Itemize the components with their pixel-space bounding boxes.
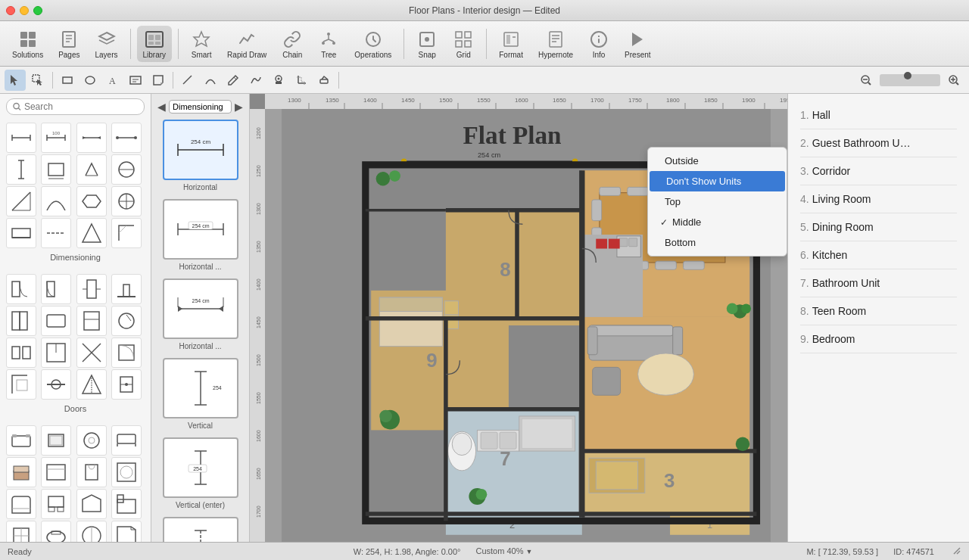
dim-shape-1[interactable] — [6, 123, 36, 153]
toolbar-solutions[interactable]: Solutions — [6, 26, 49, 62]
zoom-slider[interactable] — [880, 74, 940, 86]
dim-shape-4[interactable] — [111, 123, 142, 153]
room-item-8[interactable]: 8. Teen Room — [800, 297, 957, 325]
furn-shape-15[interactable] — [76, 521, 107, 542]
dim-item-vertical[interactable]: 254 — [163, 358, 238, 418]
dim-item-horizontal[interactable]: 254 cm — [163, 120, 238, 180]
dim-item-vertical-enter[interactable]: 254 — [163, 437, 238, 498]
room-item-2[interactable]: 2. Guest Bathroom U… — [800, 129, 957, 157]
tool-eraser[interactable] — [313, 70, 335, 91]
toolbar-library[interactable]: Library — [137, 26, 173, 62]
room-item-1[interactable]: 1. Hall — [800, 101, 957, 129]
door-shape-12[interactable] — [111, 338, 142, 368]
door-shape-9[interactable] — [6, 338, 36, 368]
furn-shape-1[interactable] — [6, 425, 36, 456]
tool-crop[interactable] — [291, 70, 312, 91]
toolbar-present[interactable]: Present — [618, 26, 656, 62]
furn-shape-5[interactable] — [6, 457, 36, 487]
door-shape-5[interactable] — [6, 306, 36, 336]
dim-shape-13[interactable] — [6, 218, 36, 248]
dim-item-horizontal2[interactable]: 254 cm — [163, 199, 238, 260]
toolbar-hypernote[interactable]: Hypernote — [532, 26, 579, 62]
furn-shape-16[interactable] — [111, 521, 142, 542]
dim-shape-8[interactable] — [111, 154, 142, 185]
toolbar-tree[interactable]: Tree — [312, 26, 345, 62]
furn-shape-13[interactable] — [6, 521, 36, 542]
tool-textbox[interactable] — [125, 70, 146, 91]
tool-note[interactable] — [148, 70, 169, 91]
dim-shape-5[interactable] — [6, 154, 36, 185]
room-item-9[interactable]: 9. Bedroom — [800, 325, 957, 353]
tool-select-multi[interactable] — [27, 70, 48, 91]
tool-rect[interactable] — [57, 70, 78, 91]
dim-next-arrow[interactable]: ▶ — [235, 101, 243, 113]
door-shape-15[interactable] — [76, 369, 107, 400]
toolbar-pages[interactable]: Pages — [52, 26, 86, 62]
toolbar-info[interactable]: Info — [582, 26, 615, 62]
door-shape-11[interactable] — [76, 338, 107, 368]
toolbar-layers[interactable]: Layers — [89, 26, 124, 62]
toolbar-chain[interactable]: Chain — [276, 26, 309, 62]
toolbar-grid[interactable]: Grid — [447, 26, 480, 62]
door-shape-16[interactable] — [111, 369, 142, 400]
dim-select[interactable]: Dimensioning — [169, 100, 232, 114]
dim-shape-11[interactable] — [76, 186, 107, 216]
dim-item-horizontal3[interactable]: 254 cm — [163, 278, 238, 339]
toolbar-rapid-draw[interactable]: Rapid Draw — [221, 26, 273, 62]
dim-item-vertical-dash[interactable] — [163, 517, 238, 542]
search-box[interactable] — [6, 98, 145, 115]
door-shape-10[interactable] — [41, 338, 71, 368]
search-input[interactable] — [24, 101, 138, 112]
tool-stamp[interactable] — [268, 70, 289, 91]
furn-shape-7[interactable] — [76, 457, 107, 487]
dim-shape-10[interactable] — [41, 186, 71, 216]
furn-shape-2[interactable] — [41, 425, 71, 456]
maximize-button[interactable] — [33, 6, 42, 15]
dim-shape-2[interactable]: 100 — [41, 123, 71, 153]
dim-shape-16[interactable] — [111, 218, 142, 248]
dropdown-dont-show[interactable]: Don't Show Units — [650, 171, 785, 191]
dim-prev-arrow[interactable]: ◀ — [157, 101, 166, 113]
furn-shape-12[interactable] — [111, 489, 142, 519]
toolbar-smart[interactable]: Smart — [185, 26, 218, 62]
minimize-button[interactable] — [20, 6, 29, 15]
dropdown-outside[interactable]: Outside — [648, 151, 787, 171]
canvas-content[interactable]: Flat Plan 254 cm 5 — [265, 109, 787, 542]
canvas-area[interactable]: 1300 1350 1400 1450 1500 1550 1600 1650 … — [250, 94, 787, 542]
furn-shape-14[interactable] — [41, 521, 71, 542]
room-item-6[interactable]: 6. Kitchen — [800, 241, 957, 269]
dim-shape-9[interactable] — [6, 186, 36, 216]
furn-shape-9[interactable] — [6, 489, 36, 519]
toolbar-operations[interactable]: Operations — [348, 26, 397, 62]
furn-shape-8[interactable] — [111, 457, 142, 487]
status-resize-handle[interactable] — [952, 546, 961, 557]
tool-line[interactable] — [177, 70, 198, 91]
tool-arc[interactable] — [200, 70, 221, 91]
tool-ellipse[interactable] — [79, 70, 101, 91]
door-shape-1[interactable] — [6, 274, 36, 304]
tool-select[interactable] — [5, 70, 26, 91]
tool-freehand[interactable] — [245, 70, 266, 91]
dim-shape-6[interactable] — [41, 154, 71, 185]
dim-shape-7[interactable] — [76, 154, 107, 185]
door-shape-7[interactable] — [76, 306, 107, 336]
room-item-3[interactable]: 3. Corridor — [800, 157, 957, 185]
door-shape-6[interactable] — [41, 306, 71, 336]
door-shape-14[interactable] — [41, 369, 71, 400]
room-item-7[interactable]: 7. Bathroom Unit — [800, 269, 957, 297]
dim-shape-15[interactable] — [76, 218, 107, 248]
toolbar-snap[interactable]: Snap — [410, 26, 444, 62]
tool-text[interactable]: A — [102, 70, 123, 91]
dim-shape-12[interactable] — [111, 186, 142, 216]
furn-shape-4[interactable] — [111, 425, 142, 456]
window-controls[interactable] — [6, 6, 42, 15]
door-shape-3[interactable] — [76, 274, 107, 304]
close-button[interactable] — [6, 6, 15, 15]
furn-shape-10[interactable] — [41, 489, 71, 519]
dim-shape-14[interactable] — [41, 218, 71, 248]
furn-shape-11[interactable] — [76, 489, 107, 519]
door-shape-2[interactable] — [41, 274, 71, 304]
door-shape-8[interactable] — [111, 306, 142, 336]
tool-pen[interactable] — [223, 70, 244, 91]
door-shape-4[interactable] — [111, 274, 142, 304]
